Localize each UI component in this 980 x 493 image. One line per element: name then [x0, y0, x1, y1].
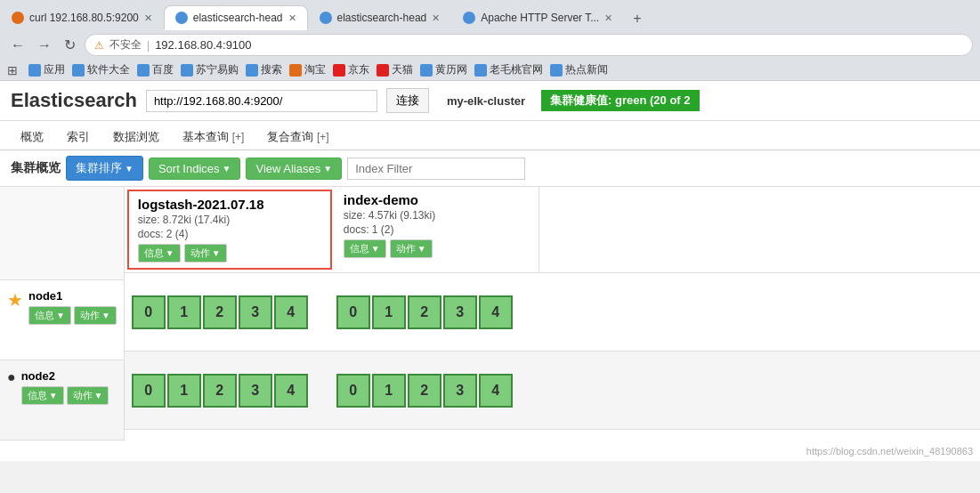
tab-close-curl[interactable]: ✕: [144, 12, 152, 24]
node2-info-button[interactable]: 信息 ▼: [21, 386, 64, 405]
app-header: Elasticsearch 连接 my-elk-cluster 集群健康值: g…: [0, 81, 980, 121]
logstash-index-actions: 信息 ▼ 动作 ▼: [138, 244, 321, 263]
shard-demo-n1-3: 3: [443, 295, 477, 329]
bookmark-software[interactable]: 软件大全: [72, 62, 130, 77]
bookmark-label-search: 搜索: [261, 62, 282, 77]
node2-shards-row: 0 1 2 3 4 0 1 2 3 4: [125, 352, 980, 430]
demo-info-button[interactable]: 信息 ▼: [344, 239, 386, 258]
new-tab-button[interactable]: +: [624, 7, 650, 30]
tab-bar: curl 192.168.80.5:9200 ✕ elasticsearch-h…: [0, 0, 980, 30]
tab-eshead1[interactable]: elasticsearch-head ✕: [164, 5, 308, 30]
nav-tabs: 概览 索引 数据浏览 基本查询 [+] 复合查询 [+]: [0, 121, 980, 150]
bookmark-search[interactable]: 搜索: [246, 62, 282, 77]
node2-name: node2: [21, 369, 109, 383]
shard-demo-n2-2: 2: [408, 374, 441, 408]
shard-logstash-n1-0: 0: [132, 295, 166, 329]
bookmark-tianmao[interactable]: 天猫: [377, 62, 413, 77]
logstash-action-caret: ▼: [212, 248, 221, 258]
bookmark-apps[interactable]: 应用: [28, 62, 65, 77]
bookmark-icon-jd: [333, 64, 345, 77]
tab-curl[interactable]: curl 192.168.80.5:9200 ✕: [0, 5, 164, 30]
logstash-shards-node2: 0 1 2 3 4: [125, 374, 329, 408]
connect-button[interactable]: 连接: [386, 88, 429, 113]
logstash-index-title: logstash-2021.07.18: [138, 197, 321, 212]
cluster-sort-button[interactable]: 集群排序 ▼: [66, 156, 143, 181]
bookmark-label-apps: 应用: [44, 62, 65, 77]
address-bar-row: ← → ↻ ⚠ 不安全 | 192.168.80.4:9100: [0, 30, 980, 60]
node1-row: ★ node1 信息 ▼ 动作 ▼: [0, 280, 124, 360]
shard-logstash-n1-1: 1: [167, 295, 201, 329]
bookmark-label-software: 软件大全: [87, 62, 130, 77]
shard-demo-n1-4: 4: [479, 295, 513, 329]
node1-shards-row: 0 1 2 3 4 0 1 2 3 4: [125, 273, 980, 352]
logstash-action-button[interactable]: 动作 ▼: [184, 244, 227, 263]
node2-info-caret: ▼: [49, 391, 58, 400]
indices-columns: logstash-2021.07.18 size: 8.72ki (17.4ki…: [125, 187, 980, 440]
bookmark-laomao[interactable]: 老毛桃官网: [474, 62, 543, 77]
demo-action-button[interactable]: 动作 ▼: [390, 239, 433, 258]
shard-logstash-n2-4: 4: [274, 374, 308, 408]
bookmark-news[interactable]: 热点新闻: [550, 62, 608, 77]
demo-index-docs: docs: 1 (2): [344, 223, 530, 236]
index-filter-input[interactable]: [347, 158, 525, 180]
tab-overview[interactable]: 概览: [11, 125, 53, 150]
shard-logstash-n2-2: 2: [203, 374, 237, 408]
app-body: Elasticsearch 连接 my-elk-cluster 集群健康值: g…: [0, 81, 980, 461]
tab-eshead2[interactable]: elasticsearch-head ✕: [308, 5, 452, 30]
bookmark-label-huangli: 黄历网: [435, 62, 467, 77]
cluster-name: my-elk-cluster: [447, 94, 525, 108]
tab-close-eshead1[interactable]: ✕: [288, 12, 296, 24]
bookmark-icon-huangli: [420, 64, 433, 77]
tab-label-curl: curl 192.168.80.5:9200: [29, 12, 139, 24]
shard-demo-n2-3: 3: [443, 374, 477, 408]
forward-button[interactable]: →: [34, 36, 55, 55]
tab-complex-query[interactable]: 复合查询 [+]: [257, 125, 338, 150]
bookmark-label-baidu: 百度: [152, 62, 174, 77]
shard-logstash-n1-2: 2: [203, 295, 237, 329]
bookmark-icon-suning: [181, 64, 193, 77]
index-headers-row: logstash-2021.07.18 size: 8.72ki (17.4ki…: [125, 187, 980, 273]
bookmark-label-tianmao: 天猫: [392, 62, 413, 77]
node1-info: node1 信息 ▼ 动作 ▼: [28, 289, 117, 325]
bookmark-label-laomao: 老毛桃官网: [490, 62, 543, 77]
node2-action-caret: ▼: [94, 391, 103, 400]
toolbar: 集群概览 集群排序 ▼ Sort Indices ▼ View Aliases …: [0, 150, 980, 187]
address-bar[interactable]: ⚠ 不安全 | 192.168.80.4:9100: [85, 34, 973, 56]
bookmark-baidu[interactable]: 百度: [137, 62, 174, 77]
tab-close-eshead2[interactable]: ✕: [432, 12, 440, 24]
bookmarks-bar: ⊞ 应用 软件大全 百度 苏宁易购 搜索 淘宝 京东: [0, 60, 980, 81]
bookmark-icon-baidu: [137, 64, 150, 77]
demo-index-actions: 信息 ▼ 动作 ▼: [344, 239, 530, 258]
demo-shards-node1: 0 1 2 3 4: [329, 295, 534, 329]
tab-data-browse[interactable]: 数据浏览: [103, 125, 169, 150]
security-icon: ⚠: [94, 39, 104, 52]
bookmark-taobao[interactable]: 淘宝: [289, 62, 326, 77]
cluster-sort-caret: ▼: [125, 164, 134, 174]
sort-indices-button[interactable]: Sort Indices ▼: [149, 158, 241, 180]
shard-logstash-n2-0: 0: [132, 374, 166, 408]
refresh-button[interactable]: ↻: [61, 35, 79, 55]
tab-basic-query[interactable]: 基本查询 [+]: [173, 125, 254, 150]
node2-action-button[interactable]: 动作 ▼: [67, 386, 109, 405]
cluster-url-input[interactable]: [146, 90, 377, 112]
complex-query-plus: [+]: [317, 131, 329, 143]
tab-label-eshead2: elasticsearch-head: [337, 12, 427, 24]
bookmark-icon-software: [72, 64, 85, 77]
back-button[interactable]: ←: [7, 36, 28, 55]
health-badge: 集群健康值: green (20 of 2: [541, 90, 699, 111]
bookmark-huangli[interactable]: 黄历网: [420, 62, 467, 77]
node1-info-button[interactable]: 信息 ▼: [28, 306, 71, 325]
node1-action-button[interactable]: 动作 ▼: [74, 306, 117, 325]
bookmark-jd[interactable]: 京东: [333, 62, 369, 77]
sort-indices-label: Sort Indices: [158, 162, 220, 175]
index-header-logstash: logstash-2021.07.18 size: 8.72ki (17.4ki…: [127, 190, 332, 270]
view-aliases-button[interactable]: View Aliases ▼: [246, 158, 342, 180]
logstash-info-button[interactable]: 信息 ▼: [138, 244, 181, 263]
tab-indices[interactable]: 索引: [57, 125, 100, 150]
node1-buttons: 信息 ▼ 动作 ▼: [28, 306, 117, 325]
bookmark-suning[interactable]: 苏宁易购: [181, 62, 239, 77]
node2-action-label: 动作: [73, 389, 93, 402]
tab-apache[interactable]: Apache HTTP Server T... ✕: [451, 5, 624, 30]
tab-close-apache[interactable]: ✕: [604, 12, 612, 24]
shard-demo-n1-1: 1: [372, 295, 406, 329]
